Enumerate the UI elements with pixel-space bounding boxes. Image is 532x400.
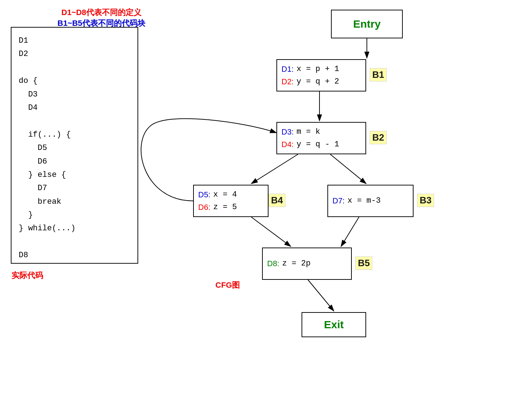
node-b3: D7: x = m-3 xyxy=(327,185,414,217)
annotation-d-label: D1~D8代表不同的定义 xyxy=(57,7,145,18)
node-b5: D8: z = 2p xyxy=(262,248,352,280)
b2-block-label: B2 xyxy=(370,131,387,144)
b3-code7: x = m-3 xyxy=(347,194,381,207)
b5-d8-label: D8: xyxy=(267,257,282,270)
cfg-label: CFG图 xyxy=(215,280,240,291)
b4-d6-label: D6: xyxy=(198,201,213,213)
b4-code6: z = 5 xyxy=(213,201,237,213)
node-entry: Entry xyxy=(331,10,403,38)
b1-code2: y = q + 2 xyxy=(297,75,339,88)
b4-line2: D6: z = 5 xyxy=(198,201,237,213)
b2-d3-label: D3: xyxy=(281,126,297,138)
b1-code1: x = p + 1 xyxy=(297,63,339,75)
code-box-label: 实际代码 xyxy=(11,270,43,281)
b2-code4: y = q - 1 xyxy=(297,138,339,151)
b3-d7-label: D7: xyxy=(332,194,347,207)
b3-line1: D7: x = m-3 xyxy=(332,194,381,207)
node-exit: Exit xyxy=(302,312,366,337)
b2-line2: D4: y = q - 1 xyxy=(281,138,339,151)
b5-code8: z = 2p xyxy=(282,257,311,270)
code-box: D1 D2 do { D3 D4 if(...) { D5 D6 } else … xyxy=(11,27,138,264)
b2-code3: m = k xyxy=(297,126,320,138)
node-b1: D1: x = p + 1 D2: y = q + 2 xyxy=(276,59,366,91)
b4-block-label: B4 xyxy=(269,194,285,207)
b1-d2-label: D2: xyxy=(281,75,297,88)
annotations: D1~D8代表不同的定义 B1~B5代表不同的代码块 xyxy=(57,7,145,29)
exit-label: Exit xyxy=(324,319,344,331)
b2-d4-label: D4: xyxy=(281,138,297,151)
b1-d1-label: D1: xyxy=(281,63,297,75)
node-b2: D3: m = k D4: y = q - 1 xyxy=(276,122,366,154)
b1-block-label: B1 xyxy=(370,68,387,81)
b4-d5-label: D5: xyxy=(198,188,213,201)
b3-block-label: B3 xyxy=(417,194,434,207)
svg-line-7 xyxy=(308,280,334,311)
b5-line1: D8: z = 2p xyxy=(267,257,311,270)
node-b4: D5: x = 4 D6: z = 5 xyxy=(193,185,269,217)
svg-line-5 xyxy=(251,217,291,246)
code-content: D1 D2 do { D3 D4 if(...) { D5 D6 } else … xyxy=(19,34,130,262)
svg-line-3 xyxy=(251,154,298,184)
b5-block-label: B5 xyxy=(355,257,372,270)
b1-line2: D2: y = q + 2 xyxy=(281,75,339,88)
b1-line1: D1: x = p + 1 xyxy=(281,63,339,75)
b4-code5: x = 4 xyxy=(213,188,237,201)
svg-line-6 xyxy=(341,217,359,246)
b2-line1: D3: m = k xyxy=(281,126,320,138)
svg-line-4 xyxy=(330,154,366,184)
entry-label: Entry xyxy=(353,18,381,30)
b4-line1: D5: x = 4 xyxy=(198,188,237,201)
